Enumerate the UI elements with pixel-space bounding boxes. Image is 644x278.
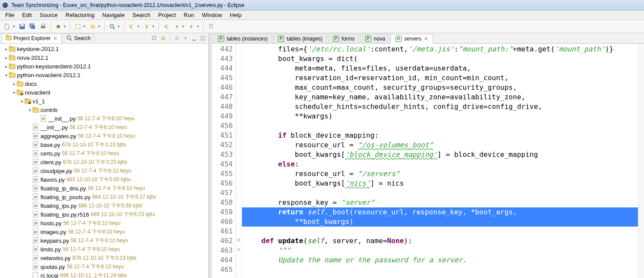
forward-dd[interactable]: ▾ xyxy=(197,24,201,28)
search-button[interactable] xyxy=(107,22,117,31)
file-rc.local[interactable]: rc.local696 12-10-11 上午11:24 bjttx xyxy=(0,271,208,278)
file-client.py[interactable]: Pclient.py678 12-10-10 下午3:23 bjttx xyxy=(0,158,208,166)
editor-tab-forms[interactable]: Pforms xyxy=(328,34,359,43)
menu-search[interactable]: Search xyxy=(129,11,154,19)
new-dropdown[interactable]: ▾ xyxy=(13,24,17,28)
editor-tab-nova[interactable]: Pnova xyxy=(360,34,390,43)
file-floating_ips.py[interactable]: Pfloating_ips.py686 12-10-10 下午5:39 bjtt… xyxy=(0,201,208,210)
link-editor-button[interactable] xyxy=(159,34,167,42)
debug-button[interactable] xyxy=(54,22,63,31)
svg-rect-23 xyxy=(192,40,196,41)
file-networks.py[interactable]: Pnetworks.py678 12-10-10 下午3:23 bjttx xyxy=(0,254,208,262)
annotation-next-button[interactable] xyxy=(142,22,151,31)
twistie-icon[interactable]: ▸ xyxy=(3,47,9,51)
menu-edit[interactable]: Edit xyxy=(19,11,35,19)
save-all-button[interactable] xyxy=(28,22,37,31)
tab-search[interactable]: Search xyxy=(62,34,94,43)
tree-icon: P xyxy=(32,167,39,174)
tree-icon xyxy=(17,89,23,96)
file-__init__.py[interactable]: P__init__.py56 12-7-4 下午8:10 heyu xyxy=(0,123,208,132)
file-base.py[interactable]: Pbase.py678 12-10-10 下午3:23 bjttx xyxy=(0,140,208,149)
annotation-prev-button[interactable] xyxy=(127,22,137,31)
last-edit-button[interactable] xyxy=(161,22,171,31)
project-tree[interactable]: ▸keystone-2012.1▸nova-2012.1▸python-keys… xyxy=(0,44,208,278)
tree-icon: P xyxy=(32,228,39,235)
back-dd[interactable]: ▾ xyxy=(182,24,186,28)
tree-item-meta: 56 12-7-4 下午8:10 heyu xyxy=(63,246,120,253)
save-button[interactable] xyxy=(17,22,27,31)
file-images.py[interactable]: Pimages.py56 12-7-4 下午8:10 heyu xyxy=(0,227,208,236)
file-cloudpipe.py[interactable]: Pcloudpipe.py56 12-7-4 下午8:10 heyu xyxy=(0,166,208,175)
file-flavors.py[interactable]: Pflavors.py683 12-10-10 下午5:05 bjttx xyxy=(0,175,208,184)
maximize-button[interactable] xyxy=(199,34,207,42)
new-package-button[interactable] xyxy=(88,22,97,31)
search-dropdown[interactable]: ▾ xyxy=(118,24,121,28)
fold-column[interactable]: ⊟⊟ xyxy=(236,44,242,278)
editor-tab-servers[interactable]: Pservers✕ xyxy=(391,34,433,44)
file-quotas.py[interactable]: Pquotas.py56 12-7-4 下午8:10 heyu xyxy=(0,262,208,271)
twistie-icon[interactable]: ▾ xyxy=(27,108,32,112)
editor-tab-tables-images-[interactable]: Ptables (images) xyxy=(273,34,327,43)
project-python-novaclient-2012.1[interactable]: ▾python-novaclient-2012.1 xyxy=(0,71,208,79)
tree-icon: P xyxy=(32,159,39,166)
back-button[interactable] xyxy=(172,22,181,31)
menu-source[interactable]: Source xyxy=(36,11,61,19)
menu-window[interactable]: Window xyxy=(198,11,225,19)
overview-ruler[interactable] xyxy=(638,44,644,278)
twistie-icon[interactable]: ▾ xyxy=(11,90,17,95)
folder-docs[interactable]: ▸docs xyxy=(0,79,208,88)
view-menu-button[interactable]: ▿ xyxy=(181,34,189,42)
close-icon[interactable]: ✕ xyxy=(53,35,57,41)
folder-v1_1[interactable]: ▾v1_1 xyxy=(0,97,208,105)
new-package-dropdown[interactable]: ▾ xyxy=(98,24,102,28)
forward-button[interactable] xyxy=(187,22,196,31)
pin-button[interactable] xyxy=(206,22,216,31)
file-certs.py[interactable]: Pcerts.py56 12-7-4 下午8:10 heyu xyxy=(0,149,208,158)
file-keypairs.py[interactable]: Pkeypairs.py56 12-7-4 下午8:10 heyu xyxy=(0,236,208,245)
new-class-dropdown[interactable]: ▾ xyxy=(84,24,87,28)
collapse-all-button[interactable] xyxy=(151,34,158,42)
file-floating_ips.py.r516[interactable]: Pfloating_ips.py.r516685 12-10-10 下午5:23… xyxy=(0,210,208,219)
folder-contrib[interactable]: ▾contrib xyxy=(0,105,208,114)
menu-help[interactable]: Help xyxy=(226,11,245,19)
twistie-icon[interactable]: ▸ xyxy=(3,64,9,69)
svg-text:P: P xyxy=(34,143,37,147)
file-aggregates.py[interactable]: Paggregates.py56 12-7-4 下午8:10 heyu xyxy=(0,132,208,140)
tab-project-explorer[interactable]: Project Explorer ✕ xyxy=(2,34,61,43)
tree-item-meta: 56 12-7-4 下午8:10 heyu xyxy=(74,167,131,175)
new-class-button[interactable] xyxy=(73,22,83,31)
python-file-icon: P xyxy=(218,36,224,42)
twistie-icon[interactable]: ▸ xyxy=(3,55,9,60)
minimize-button[interactable] xyxy=(190,34,198,42)
line-number-gutter[interactable]: 4424434444454464474484494504514524534544… xyxy=(211,44,236,278)
new-button[interactable] xyxy=(3,22,12,31)
project-python-keystoneclient-2012.1[interactable]: ▸python-keystoneclient-2012.1 xyxy=(0,62,208,71)
menu-navigate[interactable]: Navigate xyxy=(99,11,128,19)
menu-file[interactable]: File xyxy=(2,11,18,19)
file-floating_ip_dns.py[interactable]: Pfloating_ip_dns.py56 12-7-4 下午8:10 heyu xyxy=(0,184,208,193)
annotation-next-dd[interactable]: ▾ xyxy=(152,24,156,28)
menu-project[interactable]: Project xyxy=(155,11,179,19)
folder-novaclient[interactable]: ▾novaclient xyxy=(0,88,208,97)
file-__init__.py[interactable]: P__init__.py56 12-7-4 下午8:10 heyu xyxy=(0,114,208,123)
project-nova-2012.1[interactable]: ▸nova-2012.1 xyxy=(0,53,208,62)
twistie-icon[interactable]: ▸ xyxy=(11,81,17,86)
file-floating_ip_pools.py[interactable]: Pfloating_ip_pools.py684 12-10-10 下午5:17… xyxy=(0,193,208,201)
print-button[interactable] xyxy=(38,22,48,31)
tree-item-label: keystone-2012.1 xyxy=(17,46,59,52)
twistie-icon[interactable]: ▾ xyxy=(3,73,9,78)
debug-dropdown[interactable]: ▾ xyxy=(64,24,67,28)
menu-refactoring[interactable]: Refactoring xyxy=(62,11,98,19)
menu-run[interactable]: Run xyxy=(180,11,198,19)
close-icon[interactable]: ✕ xyxy=(424,36,428,42)
project-keystone-2012.1[interactable]: ▸keystone-2012.1 xyxy=(0,44,208,53)
annotation-prev-dd[interactable]: ▾ xyxy=(138,24,141,28)
code-area[interactable]: files={'/etc/rc.local':content,'/meta.js… xyxy=(242,44,638,278)
file-hosts.py[interactable]: Phosts.py56 12-7-4 下午8:10 heyu xyxy=(0,219,208,227)
focus-button[interactable] xyxy=(173,34,181,42)
editor-tab-tables-instances-[interactable]: Ptables (instances) xyxy=(213,34,272,43)
tree-item-label: __init__.py xyxy=(40,124,68,131)
twistie-icon[interactable]: ▾ xyxy=(19,99,24,104)
file-limits.py[interactable]: Plimits.py56 12-7-4 下午8:10 heyu xyxy=(0,245,208,254)
editor-body[interactable]: 4424434444454464474484494504514524534544… xyxy=(211,44,644,278)
